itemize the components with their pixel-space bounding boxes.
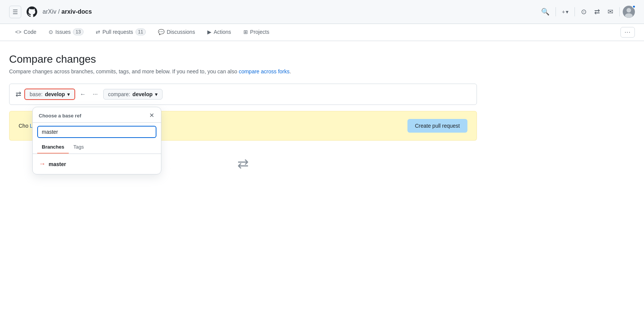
hamburger-button[interactable]: ☰: [9, 6, 21, 18]
base-ref-dropdown: Choose a base ref ✕ Branches Tags → mast…: [32, 107, 161, 174]
pr-badge: 11: [136, 29, 146, 35]
focus-mode-button[interactable]: ⊙: [578, 5, 590, 19]
page-subtitle: Compare changes across branches, commits…: [9, 68, 477, 74]
create-pull-request-button[interactable]: Create pull request: [407, 119, 467, 133]
create-new-button[interactable]: + ▾: [559, 6, 571, 17]
github-logo: [26, 6, 38, 18]
plus-icon: +: [562, 9, 565, 15]
tab-discussions[interactable]: 💬 Discussions: [152, 24, 201, 40]
compare-branch-name: develop: [133, 91, 153, 97]
swap-arrow-button[interactable]: ←: [78, 89, 87, 99]
pull-requests-button[interactable]: ⇄: [591, 5, 603, 19]
base-ref-search-input[interactable]: [37, 126, 156, 138]
search-icon: 🔍: [541, 8, 549, 16]
dropdown-tabs: Branches Tags: [33, 141, 161, 154]
nav-divider-2: [575, 7, 575, 16]
discussions-icon: 💬: [158, 29, 164, 35]
dropdown-tab-tags[interactable]: Tags: [69, 141, 88, 154]
tab-pull-requests[interactable]: ⇄ Pull requests 11: [90, 24, 152, 41]
actions-icon: ▶: [207, 29, 212, 35]
compare-branch-button[interactable]: compare: develop ▾: [103, 89, 163, 100]
repo-breadcrumb: arXiv / arxiv-docs: [43, 8, 92, 15]
branch-item-label: master: [49, 161, 66, 167]
issues-icon: ⊙: [49, 29, 53, 35]
avatar-button[interactable]: [623, 6, 635, 18]
base-label: base:: [30, 91, 43, 97]
inbox-button[interactable]: ✉: [605, 5, 616, 19]
page-title: Compare changes: [9, 53, 477, 65]
svg-point-1: [625, 13, 633, 18]
tab-code[interactable]: <> Code: [9, 24, 43, 40]
issues-badge: 13: [73, 29, 83, 35]
chevron-down-icon: ▾: [566, 9, 568, 15]
svg-point-0: [627, 8, 631, 13]
dropdown-branch-list: → master: [33, 154, 161, 174]
dropdown-tab-branches[interactable]: Branches: [37, 141, 69, 154]
more-dots: ···: [90, 89, 100, 99]
tab-projects[interactable]: ⊞ Projects: [237, 24, 276, 40]
branch-item-master[interactable]: → master: [33, 157, 161, 171]
circle-icon: ⊙: [581, 8, 587, 16]
main-content: Compare changes Compare changes across b…: [0, 41, 486, 192]
top-nav: ☰ arXiv / arxiv-docs 🔍 + ▾ ⊙ ⇄ ✉: [0, 0, 644, 24]
dropdown-search-area: [33, 123, 161, 141]
repo-tabs: <> Code ⊙ Issues 13 ⇄ Pull requests 11 💬…: [0, 24, 644, 41]
compare-bar: ⇄ base: develop ▾ ← ··· compare: develop…: [9, 84, 477, 105]
nav-left: ☰ arXiv / arxiv-docs: [9, 6, 532, 18]
tab-actions[interactable]: ▶ Actions: [201, 24, 237, 40]
projects-icon: ⊞: [243, 29, 248, 35]
tab-issues[interactable]: ⊙ Issues 13: [43, 24, 90, 41]
pr-tab-icon: ⇄: [96, 29, 100, 35]
nav-right: 🔍 + ▾ ⊙ ⇄ ✉: [538, 5, 635, 19]
hamburger-icon: ☰: [13, 9, 18, 15]
left-arrow-icon: ←: [80, 91, 86, 97]
dropdown-header: Choose a base ref ✕: [33, 107, 161, 123]
base-branch-name: develop: [45, 91, 65, 97]
compare-big-icon: ⇄: [237, 156, 249, 172]
code-icon: <>: [15, 29, 21, 35]
compare-forks-link[interactable]: compare across forks: [239, 68, 290, 74]
dropdown-close-button[interactable]: ✕: [148, 112, 155, 119]
search-button[interactable]: 🔍: [538, 5, 552, 19]
branch-selected-arrow-icon: →: [39, 160, 46, 168]
inbox-icon: ✉: [608, 8, 613, 16]
nav-divider: [556, 7, 556, 16]
notification-dot: [632, 5, 636, 8]
dropdown-title: Choose a base ref: [39, 113, 81, 119]
pr-icon: ⇄: [594, 8, 600, 16]
compare-label: compare:: [108, 91, 130, 97]
tabs-more-button[interactable]: ···: [620, 27, 635, 38]
compare-bar-icon: ⇄: [16, 90, 21, 98]
base-branch-button[interactable]: base: develop ▾: [24, 89, 75, 100]
breadcrumb-separator: /: [58, 8, 62, 15]
nav-divider-3: [619, 7, 620, 16]
compare-chevron-icon: ▾: [155, 91, 158, 97]
base-chevron-icon: ▾: [67, 91, 70, 97]
